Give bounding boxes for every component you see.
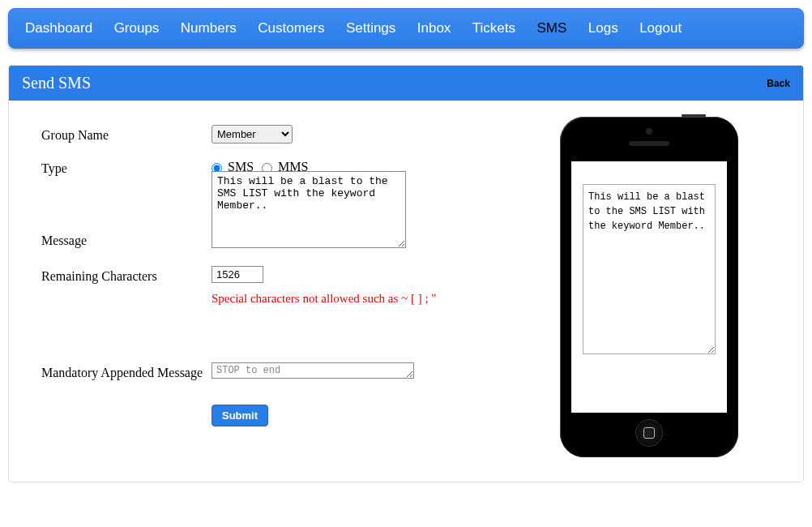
nav-logout[interactable]: Logout [639, 20, 682, 36]
panel-body: Group Name Member Type SMS MMS Message [9, 101, 803, 482]
remaining-input[interactable] [212, 266, 263, 283]
phone-preview-text: This will be a blast to the SMS LIST wit… [583, 184, 716, 354]
panel-header: Send SMS Back [9, 66, 803, 101]
phone-power-button-icon [682, 114, 706, 117]
appended-textarea[interactable]: STOP to end [212, 362, 414, 379]
group-name-label: Group Name [41, 125, 212, 143]
nav-settings[interactable]: Settings [346, 20, 395, 36]
form-column: Group Name Member Type SMS MMS Message [41, 125, 511, 457]
phone-mockup: This will be a blast to the SMS LIST wit… [560, 117, 738, 457]
nav-numbers[interactable]: Numbers [181, 20, 237, 36]
appended-label: Mandatory Appended Message [41, 362, 212, 380]
panel-title: Send SMS [22, 74, 91, 92]
phone-screen: This will be a blast to the SMS LIST wit… [571, 161, 727, 413]
nav-groups[interactable]: Groups [114, 20, 160, 36]
nav-logs[interactable]: Logs [588, 20, 618, 36]
special-char-warning: Special characters not allowed such as ~… [212, 292, 511, 306]
send-sms-panel: Send SMS Back Group Name Member Type SMS [8, 65, 804, 482]
type-label: Type [41, 158, 212, 176]
message-label: Message [41, 230, 212, 251]
nav-inbox[interactable]: Inbox [417, 20, 451, 36]
main-navbar: Dashboard Groups Numbers Customers Setti… [8, 8, 804, 49]
group-name-select[interactable]: Member [212, 125, 293, 144]
submit-button[interactable]: Submit [212, 405, 268, 426]
phone-home-button-icon [635, 419, 663, 447]
nav-customers[interactable]: Customers [258, 20, 324, 36]
remaining-label: Remaining Characters [41, 266, 212, 284]
nav-dashboard[interactable]: Dashboard [25, 20, 92, 36]
phone-preview-column: This will be a blast to the SMS LIST wit… [560, 117, 771, 457]
message-textarea[interactable]: This will be a blast to the SMS LIST wit… [212, 171, 406, 248]
nav-sms[interactable]: SMS [537, 20, 567, 36]
nav-tickets[interactable]: Tickets [472, 20, 515, 36]
back-link[interactable]: Back [767, 78, 790, 89]
